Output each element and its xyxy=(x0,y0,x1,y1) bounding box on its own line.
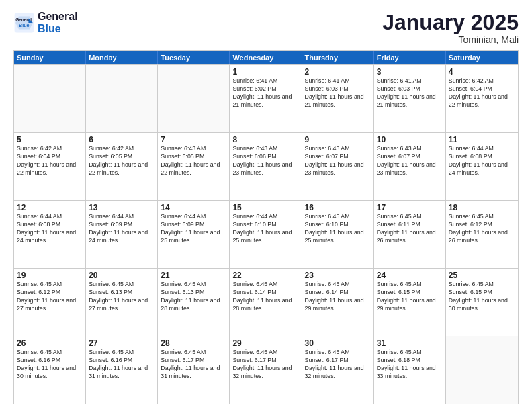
day-info: Sunrise: 6:45 AM Sunset: 6:17 PM Dayligh… xyxy=(161,349,226,381)
day-cell-3: 3Sunrise: 6:41 AM Sunset: 6:03 PM Daylig… xyxy=(374,65,446,132)
week-row-4: 19Sunrise: 6:45 AM Sunset: 6:12 PM Dayli… xyxy=(14,268,518,336)
day-info: Sunrise: 6:43 AM Sunset: 6:07 PM Dayligh… xyxy=(377,145,443,177)
day-cell-16: 16Sunrise: 6:45 AM Sunset: 6:10 PM Dayli… xyxy=(302,201,374,268)
day-number: 17 xyxy=(377,203,443,212)
day-cell-6: 6Sunrise: 6:42 AM Sunset: 6:05 PM Daylig… xyxy=(86,133,158,200)
day-cell-24: 24Sunrise: 6:45 AM Sunset: 6:15 PM Dayli… xyxy=(374,269,446,336)
day-number: 27 xyxy=(89,338,154,348)
day-number: 21 xyxy=(161,271,226,280)
day-info: Sunrise: 6:45 AM Sunset: 6:13 PM Dayligh… xyxy=(89,281,154,313)
day-number: 8 xyxy=(232,135,298,144)
day-number: 13 xyxy=(89,203,154,212)
day-info: Sunrise: 6:45 AM Sunset: 6:11 PM Dayligh… xyxy=(377,213,443,245)
day-info: Sunrise: 6:45 AM Sunset: 6:18 PM Dayligh… xyxy=(377,349,443,381)
day-info: Sunrise: 6:45 AM Sunset: 6:12 PM Dayligh… xyxy=(17,281,83,313)
day-cell-18: 18Sunrise: 6:45 AM Sunset: 6:12 PM Dayli… xyxy=(446,201,518,268)
day-info: Sunrise: 6:44 AM Sunset: 6:08 PM Dayligh… xyxy=(449,145,515,177)
empty-cell xyxy=(86,65,158,132)
day-info: Sunrise: 6:44 AM Sunset: 6:10 PM Dayligh… xyxy=(232,213,298,245)
day-info: Sunrise: 6:45 AM Sunset: 6:13 PM Dayligh… xyxy=(161,281,226,313)
day-number: 2 xyxy=(305,67,371,77)
day-cell-13: 13Sunrise: 6:44 AM Sunset: 6:09 PM Dayli… xyxy=(86,201,158,268)
week-row-1: 1Sunrise: 6:41 AM Sunset: 6:02 PM Daylig… xyxy=(14,64,518,132)
day-number: 24 xyxy=(377,271,443,280)
logo: General Blue General Blue xyxy=(13,11,78,34)
day-number: 10 xyxy=(377,135,443,144)
day-cell-26: 26Sunrise: 6:45 AM Sunset: 6:16 PM Dayli… xyxy=(14,336,86,404)
day-info: Sunrise: 6:43 AM Sunset: 6:05 PM Dayligh… xyxy=(161,145,226,177)
day-cell-14: 14Sunrise: 6:44 AM Sunset: 6:09 PM Dayli… xyxy=(158,201,230,268)
day-header-tuesday: Tuesday xyxy=(158,51,230,64)
day-cell-28: 28Sunrise: 6:45 AM Sunset: 6:17 PM Dayli… xyxy=(158,336,230,404)
day-header-wednesday: Wednesday xyxy=(230,51,302,64)
day-cell-2: 2Sunrise: 6:41 AM Sunset: 6:03 PM Daylig… xyxy=(302,65,374,132)
day-info: Sunrise: 6:43 AM Sunset: 6:07 PM Dayligh… xyxy=(305,145,371,177)
day-info: Sunrise: 6:41 AM Sunset: 6:03 PM Dayligh… xyxy=(377,77,443,109)
empty-cell xyxy=(446,336,518,404)
header: General Blue General Blue January 2025 T… xyxy=(13,11,519,45)
day-number: 6 xyxy=(89,135,154,144)
logo-text: General Blue xyxy=(38,11,78,34)
week-row-2: 5Sunrise: 6:42 AM Sunset: 6:04 PM Daylig… xyxy=(14,132,518,200)
empty-cell xyxy=(158,65,230,132)
day-number: 12 xyxy=(17,203,83,212)
day-info: Sunrise: 6:41 AM Sunset: 6:02 PM Dayligh… xyxy=(232,77,298,109)
day-number: 29 xyxy=(232,338,298,348)
day-cell-1: 1Sunrise: 6:41 AM Sunset: 6:02 PM Daylig… xyxy=(230,65,302,132)
day-header-friday: Friday xyxy=(374,51,446,64)
day-cell-31: 31Sunrise: 6:45 AM Sunset: 6:18 PM Dayli… xyxy=(374,336,446,404)
day-info: Sunrise: 6:45 AM Sunset: 6:15 PM Dayligh… xyxy=(449,281,515,313)
calendar-body: 1Sunrise: 6:41 AM Sunset: 6:02 PM Daylig… xyxy=(14,64,518,404)
day-number: 14 xyxy=(161,203,226,212)
day-number: 28 xyxy=(161,338,226,348)
day-number: 23 xyxy=(305,271,371,280)
day-cell-17: 17Sunrise: 6:45 AM Sunset: 6:11 PM Dayli… xyxy=(374,201,446,268)
week-row-3: 12Sunrise: 6:44 AM Sunset: 6:08 PM Dayli… xyxy=(14,200,518,268)
day-number: 11 xyxy=(449,135,515,144)
week-row-5: 26Sunrise: 6:45 AM Sunset: 6:16 PM Dayli… xyxy=(14,336,518,404)
day-header-monday: Monday xyxy=(86,51,158,64)
day-cell-25: 25Sunrise: 6:45 AM Sunset: 6:15 PM Dayli… xyxy=(446,269,518,336)
day-cell-19: 19Sunrise: 6:45 AM Sunset: 6:12 PM Dayli… xyxy=(14,269,86,336)
day-cell-7: 7Sunrise: 6:43 AM Sunset: 6:05 PM Daylig… xyxy=(158,133,230,200)
day-info: Sunrise: 6:45 AM Sunset: 6:17 PM Dayligh… xyxy=(305,349,371,381)
day-info: Sunrise: 6:45 AM Sunset: 6:12 PM Dayligh… xyxy=(449,213,515,245)
day-number: 1 xyxy=(232,67,298,77)
day-number: 18 xyxy=(449,203,515,212)
day-number: 5 xyxy=(17,135,83,144)
day-cell-10: 10Sunrise: 6:43 AM Sunset: 6:07 PM Dayli… xyxy=(374,133,446,200)
calendar-title: January 2025 xyxy=(382,11,519,34)
day-info: Sunrise: 6:42 AM Sunset: 6:04 PM Dayligh… xyxy=(449,77,515,109)
day-cell-11: 11Sunrise: 6:44 AM Sunset: 6:08 PM Dayli… xyxy=(446,133,518,200)
day-info: Sunrise: 6:45 AM Sunset: 6:17 PM Dayligh… xyxy=(232,349,298,381)
calendar-header: SundayMondayTuesdayWednesdayThursdayFrid… xyxy=(14,51,518,64)
day-info: Sunrise: 6:45 AM Sunset: 6:14 PM Dayligh… xyxy=(232,281,298,313)
day-number: 31 xyxy=(377,338,443,348)
day-number: 9 xyxy=(305,135,371,144)
day-cell-12: 12Sunrise: 6:44 AM Sunset: 6:08 PM Dayli… xyxy=(14,201,86,268)
day-header-saturday: Saturday xyxy=(446,51,518,64)
day-number: 26 xyxy=(17,338,83,348)
day-info: Sunrise: 6:44 AM Sunset: 6:09 PM Dayligh… xyxy=(89,213,154,245)
day-header-sunday: Sunday xyxy=(14,51,86,64)
day-number: 30 xyxy=(305,338,371,348)
day-number: 19 xyxy=(17,271,83,280)
day-info: Sunrise: 6:42 AM Sunset: 6:04 PM Dayligh… xyxy=(17,145,83,177)
page: General Blue General Blue January 2025 T… xyxy=(0,0,532,411)
day-info: Sunrise: 6:44 AM Sunset: 6:08 PM Dayligh… xyxy=(17,213,83,245)
day-number: 20 xyxy=(89,271,154,280)
day-cell-5: 5Sunrise: 6:42 AM Sunset: 6:04 PM Daylig… xyxy=(14,133,86,200)
day-info: Sunrise: 6:45 AM Sunset: 6:15 PM Dayligh… xyxy=(377,281,443,313)
day-cell-21: 21Sunrise: 6:45 AM Sunset: 6:13 PM Dayli… xyxy=(158,269,230,336)
day-info: Sunrise: 6:42 AM Sunset: 6:05 PM Dayligh… xyxy=(89,145,154,177)
day-cell-4: 4Sunrise: 6:42 AM Sunset: 6:04 PM Daylig… xyxy=(446,65,518,132)
day-cell-20: 20Sunrise: 6:45 AM Sunset: 6:13 PM Dayli… xyxy=(86,269,158,336)
day-number: 16 xyxy=(305,203,371,212)
day-info: Sunrise: 6:45 AM Sunset: 6:14 PM Dayligh… xyxy=(305,281,371,313)
day-cell-29: 29Sunrise: 6:45 AM Sunset: 6:17 PM Dayli… xyxy=(230,336,302,404)
day-info: Sunrise: 6:45 AM Sunset: 6:16 PM Dayligh… xyxy=(89,349,154,381)
day-cell-23: 23Sunrise: 6:45 AM Sunset: 6:14 PM Dayli… xyxy=(302,269,374,336)
day-cell-27: 27Sunrise: 6:45 AM Sunset: 6:16 PM Dayli… xyxy=(86,336,158,404)
day-number: 3 xyxy=(377,67,443,77)
day-cell-22: 22Sunrise: 6:45 AM Sunset: 6:14 PM Dayli… xyxy=(230,269,302,336)
